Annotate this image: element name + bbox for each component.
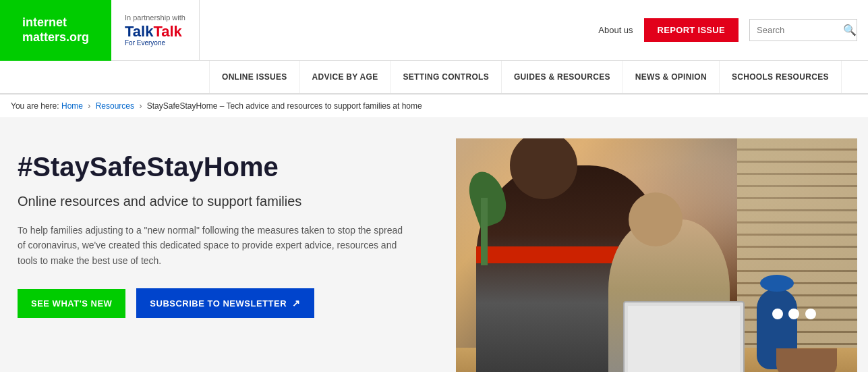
search-input[interactable] bbox=[757, 25, 838, 35]
nav-item-online-issues[interactable]: ONLINE ISSUES bbox=[209, 61, 300, 93]
content-left: #StaySafeStayHome Online resources and a… bbox=[11, 138, 456, 372]
content-right bbox=[456, 138, 857, 372]
about-link[interactable]: About us bbox=[598, 25, 633, 35]
hero-image bbox=[456, 138, 857, 372]
breadcrumb-sep-2: › bbox=[139, 101, 142, 111]
talktalk-name: TalkTalk bbox=[125, 24, 182, 39]
subscribe-newsletter-button[interactable]: SUBSCRIBE TO NEWSLETTER ↗ bbox=[136, 288, 314, 318]
external-link-icon: ↗ bbox=[292, 298, 301, 309]
top-bar: internet matters.org In partnership with… bbox=[0, 0, 868, 61]
cta-buttons: SEE WHAT'S NEW SUBSCRIBE TO NEWSLETTER ↗ bbox=[18, 288, 442, 318]
page-subtitle: Online resources and advice to support f… bbox=[18, 194, 442, 209]
nav-item-advice-by-age[interactable]: ADVICE BY AGE bbox=[300, 61, 391, 93]
nav-item-guides-resources[interactable]: GUIDES & RESOURCES bbox=[502, 61, 623, 93]
window-blinds bbox=[737, 138, 858, 372]
search-box: 🔍 bbox=[749, 19, 857, 41]
breadcrumb-prefix: You are here: bbox=[11, 101, 59, 111]
partnership-label: In partnership with bbox=[125, 14, 185, 22]
report-issue-button[interactable]: REPORT ISSUE bbox=[644, 18, 739, 42]
nav-item-news-opinion[interactable]: NEWS & OPINION bbox=[623, 61, 720, 93]
nav-item-schools-resources[interactable]: SCHOOLS RESOURCES bbox=[720, 61, 842, 93]
breadcrumb-sep-1: › bbox=[88, 101, 90, 111]
flowers bbox=[771, 307, 817, 323]
plant-stem bbox=[481, 198, 488, 265]
page-description: To help families adjusting to a "new nor… bbox=[18, 223, 409, 268]
main-navigation: ONLINE ISSUES ADVICE BY AGE SETTING CONT… bbox=[0, 61, 868, 95]
breadcrumb-home[interactable]: Home bbox=[61, 101, 83, 111]
top-right-nav: About us REPORT ISSUE 🔍 bbox=[598, 18, 868, 42]
breadcrumb-resources[interactable]: Resources bbox=[96, 101, 134, 111]
breadcrumb-current: StaySafeStayHome – Tech advice and resou… bbox=[147, 101, 422, 111]
laptop bbox=[623, 301, 745, 372]
page-title: #StaySafeStayHome bbox=[18, 152, 442, 182]
breadcrumb: You are here: Home › Resources › StaySaf… bbox=[0, 95, 868, 118]
bowl bbox=[776, 348, 837, 372]
see-whats-new-button[interactable]: SEE WHAT'S NEW bbox=[18, 289, 125, 318]
talktalk-logo[interactable]: TalkTalk For Everyone bbox=[125, 24, 182, 47]
logo-text: internet matters.org bbox=[16, 16, 96, 45]
plant bbox=[464, 164, 504, 265]
talktalk-tagline: For Everyone bbox=[125, 39, 182, 47]
nav-item-setting-controls[interactable]: SETTING CONTROLS bbox=[391, 61, 502, 93]
site-logo[interactable]: internet matters.org bbox=[0, 0, 111, 61]
main-content: #StaySafeStayHome Online resources and a… bbox=[0, 118, 868, 372]
partnership-area: In partnership with TalkTalk For Everyon… bbox=[111, 0, 200, 61]
logo-area: internet matters.org In partnership with… bbox=[0, 0, 200, 60]
search-icon[interactable]: 🔍 bbox=[843, 24, 857, 36]
